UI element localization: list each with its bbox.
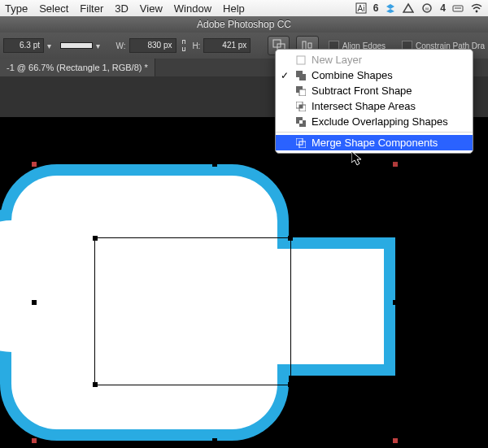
handle-tl[interactable] bbox=[32, 162, 37, 167]
svg-marker-4 bbox=[403, 4, 413, 12]
document-tab[interactable]: -1 @ 66.7% (Rectangle 1, RGB/8) * bbox=[0, 59, 155, 76]
menu-item-merge-components[interactable]: Merge Shape Components bbox=[276, 135, 473, 150]
cloud-icon: ∞ bbox=[420, 3, 434, 13]
new-layer-icon bbox=[295, 54, 307, 66]
handle-br[interactable] bbox=[393, 438, 398, 443]
chevron-down-icon[interactable]: ▾ bbox=[47, 41, 54, 50]
checkmark-icon: ✓ bbox=[279, 70, 290, 81]
svg-rect-24 bbox=[299, 120, 303, 124]
menu-help[interactable]: Help bbox=[223, 2, 245, 15]
svg-rect-21 bbox=[299, 105, 303, 108]
path-operations-menu: New Layer ✓ Combine Shapes Subtract Fron… bbox=[275, 49, 473, 154]
app-title-text: Adobe Photoshop CC bbox=[197, 19, 291, 30]
status-number: 4 bbox=[440, 2, 446, 14]
cursor-icon bbox=[351, 151, 363, 167]
svg-marker-27 bbox=[351, 151, 361, 165]
menu-item-exclude[interactable]: Exclude Overlapping Shapes bbox=[276, 114, 473, 129]
handle-bl[interactable] bbox=[32, 438, 37, 443]
app-title-bar: Adobe Photoshop CC bbox=[0, 16, 488, 33]
svg-text:∞: ∞ bbox=[425, 6, 429, 11]
handle-tr[interactable] bbox=[393, 162, 398, 167]
merge-icon bbox=[295, 137, 307, 149]
svg-point-9 bbox=[476, 11, 478, 13]
chevron-down-icon[interactable]: ▾ bbox=[96, 41, 102, 50]
svg-rect-16 bbox=[299, 74, 306, 80]
stroke-style-preview[interactable] bbox=[60, 42, 93, 49]
stroke-weight-input[interactable]: 6.3 pt bbox=[3, 38, 44, 53]
mac-status-area: Ai 6 ∞ 4 bbox=[355, 0, 483, 16]
dropbox-icon bbox=[385, 2, 396, 14]
menu-item-combine-shapes[interactable]: ✓ Combine Shapes bbox=[276, 67, 473, 83]
keyboard-icon bbox=[452, 3, 464, 13]
wifi-icon bbox=[470, 3, 483, 13]
menu-select[interactable]: Select bbox=[39, 2, 68, 15]
svg-rect-18 bbox=[299, 89, 306, 96]
menu-view[interactable]: View bbox=[140, 2, 163, 15]
menu-item-intersect[interactable]: Intersect Shape Areas bbox=[276, 98, 473, 114]
width-label: W: bbox=[115, 41, 125, 50]
menu-3d[interactable]: 3D bbox=[115, 2, 129, 15]
document-canvas[interactable] bbox=[0, 117, 488, 448]
svg-rect-13 bbox=[308, 43, 312, 48]
menu-filter[interactable]: Filter bbox=[80, 2, 103, 15]
height-input[interactable]: 421 px bbox=[203, 38, 251, 53]
menu-type[interactable]: Type bbox=[5, 2, 28, 15]
menu-item-subtract[interactable]: Subtract Front Shape bbox=[276, 83, 473, 98]
height-label: H: bbox=[192, 41, 200, 50]
ai-icon: Ai bbox=[355, 2, 367, 14]
svg-text:Ai: Ai bbox=[357, 4, 364, 13]
width-input[interactable]: 830 px bbox=[129, 38, 176, 53]
mac-menubar: Type Select Filter 3D View Window Help A… bbox=[0, 0, 488, 17]
menu-separator bbox=[276, 132, 473, 133]
menu-item-new-layer: New Layer bbox=[276, 52, 473, 67]
exclude-icon bbox=[295, 116, 307, 128]
combine-icon bbox=[295, 70, 307, 81]
subtract-icon bbox=[295, 85, 307, 97]
svg-rect-14 bbox=[297, 56, 305, 64]
intersect-icon bbox=[295, 101, 307, 112]
ai-label: 6 bbox=[373, 2, 379, 14]
link-icon[interactable] bbox=[180, 40, 190, 51]
menu-window[interactable]: Window bbox=[174, 2, 211, 15]
mac-menu-items: Type Select Filter 3D View Window Help bbox=[0, 2, 245, 15]
svg-marker-3 bbox=[386, 9, 394, 13]
drive-icon bbox=[403, 2, 414, 14]
svg-marker-2 bbox=[386, 4, 394, 9]
